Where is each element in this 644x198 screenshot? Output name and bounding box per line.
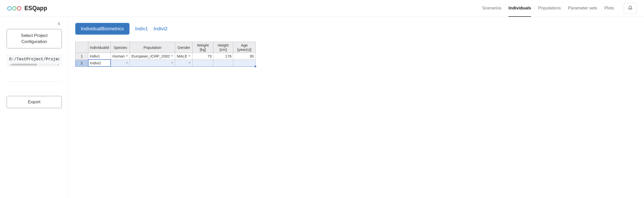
nav-item-plots[interactable]: Plots: [604, 0, 614, 17]
row-number-cell[interactable]: 2: [76, 60, 88, 66]
path-scrollbar[interactable]: ◂ ▸: [9, 63, 59, 66]
export-label: Export: [28, 100, 40, 104]
logo-block: ESQapp: [7, 5, 47, 12]
main: IndividualBiometrics Indiv1 Indivi2 Indi…: [69, 17, 644, 198]
cell-age[interactable]: 30: [233, 53, 256, 60]
logo-icon: [7, 6, 21, 11]
cell-gender[interactable]: [175, 60, 193, 66]
cell-individualid[interactable]: Indivi2: [88, 60, 111, 66]
table-row[interactable]: 2 Indivi2: [76, 60, 256, 66]
cell-age[interactable]: [233, 60, 256, 66]
dropdown-icon: [188, 62, 191, 64]
cell-weight[interactable]: 73: [193, 53, 213, 60]
cell-species-value: Human: [112, 54, 125, 58]
chevron-left-icon: [58, 22, 60, 26]
nav-item-parameter-sets[interactable]: Parameter sets: [568, 0, 597, 17]
dropdown-icon: [126, 55, 128, 57]
cell-weight[interactable]: [193, 60, 213, 66]
scroll-left-arrow-icon[interactable]: ◂: [9, 63, 12, 66]
project-path-box: D:/TestProject/ProjectC ◂ ▸: [7, 54, 62, 67]
row-number-cell[interactable]: 1: [76, 53, 88, 60]
export-button[interactable]: Export: [7, 96, 62, 108]
col-header-species[interactable]: Species: [111, 42, 130, 53]
selection-handle[interactable]: [255, 66, 256, 67]
scroll-thumb[interactable]: [12, 64, 37, 66]
dropdown-icon: [126, 62, 128, 64]
nav-item-scenarios[interactable]: Scenarios: [482, 0, 502, 17]
table-row[interactable]: 1 Indiv1 Human European_ICRP_2002 MALE 7…: [76, 53, 256, 60]
cell-height[interactable]: 176: [213, 53, 233, 60]
header: ESQapp Scenarios Individuals Populations…: [0, 0, 644, 17]
svg-point-1: [12, 6, 16, 10]
bell-icon: [628, 6, 633, 11]
tab-indiv1[interactable]: Indiv1: [135, 26, 148, 32]
cell-species[interactable]: Human: [111, 53, 130, 60]
tab-individual-biometrics[interactable]: IndividualBiometrics: [75, 23, 129, 35]
corner-cell[interactable]: [76, 42, 88, 53]
dropdown-icon: [171, 55, 173, 57]
col-header-height[interactable]: Height [cm]: [213, 42, 233, 53]
nav-item-individuals[interactable]: Individuals: [508, 0, 531, 17]
tabs: IndividualBiometrics Indiv1 Indivi2: [75, 23, 637, 35]
col-header-individualid[interactable]: IndividualId: [88, 42, 111, 53]
cell-height[interactable]: [213, 60, 233, 66]
project-path-text: D:/TestProject/ProjectC: [9, 57, 59, 62]
tab-indivi2[interactable]: Indivi2: [154, 26, 168, 32]
scroll-right-arrow-icon[interactable]: ▸: [57, 63, 59, 66]
cell-species[interactable]: [111, 60, 130, 66]
table-header-row: IndividualId Species Population Gender W…: [76, 42, 256, 53]
svg-point-0: [8, 6, 11, 10]
dropdown-icon: [188, 55, 191, 57]
sidebar-divider: [7, 81, 62, 82]
cell-gender[interactable]: MALE: [175, 53, 193, 60]
cell-population[interactable]: [130, 60, 175, 66]
collapse-sidebar-button[interactable]: [56, 21, 62, 27]
col-header-population[interactable]: Population: [130, 42, 175, 53]
select-project-config-label: Select Project Configuration: [9, 33, 59, 45]
app-name: ESQapp: [24, 5, 47, 12]
top-nav: Scenarios Individuals Populations Parame…: [482, 0, 637, 17]
select-project-config-button[interactable]: Select Project Configuration: [7, 29, 62, 48]
col-header-weight[interactable]: Weight [kg]: [193, 42, 213, 53]
cell-population-value: European_ICRP_2002: [131, 54, 170, 58]
col-header-age[interactable]: Age [year(s)]: [233, 42, 256, 53]
nav-item-populations[interactable]: Populations: [538, 0, 561, 17]
cell-individualid[interactable]: Indiv1: [88, 53, 111, 60]
cell-gender-value: MALE: [177, 54, 187, 58]
scroll-track[interactable]: [12, 64, 57, 66]
dropdown-icon: [171, 62, 173, 64]
svg-point-2: [17, 6, 21, 10]
sidebar: Select Project Configuration D:/TestProj…: [0, 17, 69, 198]
cell-population[interactable]: European_ICRP_2002: [130, 53, 175, 60]
col-header-gender[interactable]: Gender: [175, 42, 193, 53]
biometrics-table[interactable]: IndividualId Species Population Gender W…: [75, 42, 256, 67]
notifications-button[interactable]: [624, 3, 637, 14]
